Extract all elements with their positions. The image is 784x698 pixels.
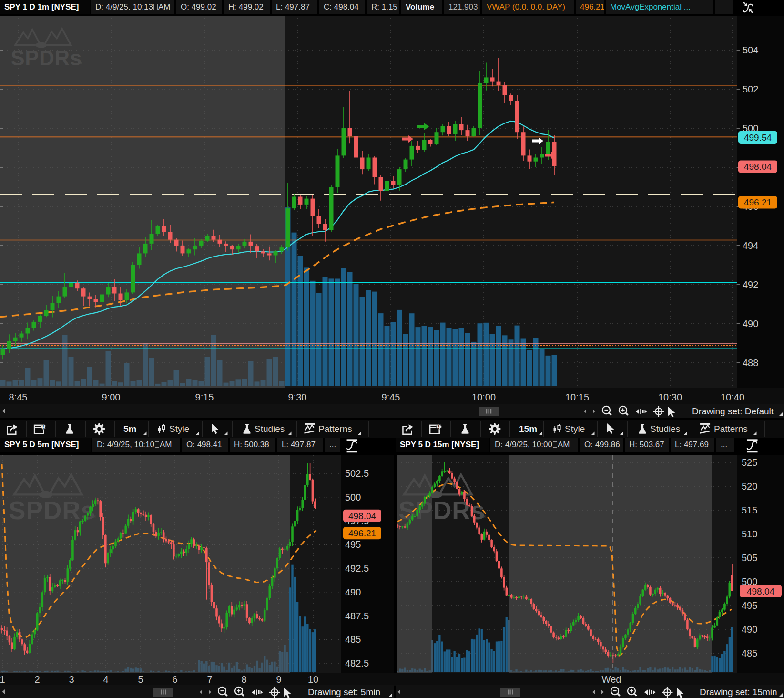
svg-text:Wed: Wed [602,674,621,685]
svg-text:502.5: 502.5 [345,468,369,479]
svg-text:495: 495 [742,600,757,611]
svg-text:7: 7 [207,674,212,685]
svg-text:498.04: 498.04 [747,586,775,596]
svg-text:4: 4 [103,674,108,685]
svg-text:505: 505 [742,553,757,563]
svg-text:Drawing set: 15min: Drawing set: 15min [700,687,777,697]
svg-text:10: 10 [308,674,318,685]
svg-text:Drawing set: 5min: Drawing set: 5min [308,687,380,697]
svg-text:482.5: 482.5 [345,658,369,668]
svg-text:487.5: 487.5 [345,611,369,621]
svg-text:2: 2 [34,674,40,685]
svg-text:5: 5 [138,674,143,685]
svg-text:490: 490 [345,587,361,597]
svg-text:9: 9 [276,674,281,685]
svg-text:498.04: 498.04 [348,511,377,521]
svg-text:3: 3 [69,674,74,685]
svg-text:495: 495 [345,539,361,550]
svg-text:510: 510 [742,529,757,539]
svg-text:492.5: 492.5 [345,563,369,574]
svg-text:485: 485 [345,634,361,645]
svg-text:8: 8 [241,674,246,685]
svg-text:496.21: 496.21 [348,528,376,538]
svg-text:500: 500 [345,492,361,503]
svg-text:485: 485 [742,648,757,658]
svg-text:6: 6 [172,674,177,685]
svg-text:515: 515 [742,505,757,515]
svg-text:525: 525 [742,457,757,468]
svg-text:™: ™ [479,514,486,522]
svg-text:1: 1 [0,674,5,685]
svg-text:520: 520 [742,481,757,492]
svg-text:490: 490 [742,624,757,635]
